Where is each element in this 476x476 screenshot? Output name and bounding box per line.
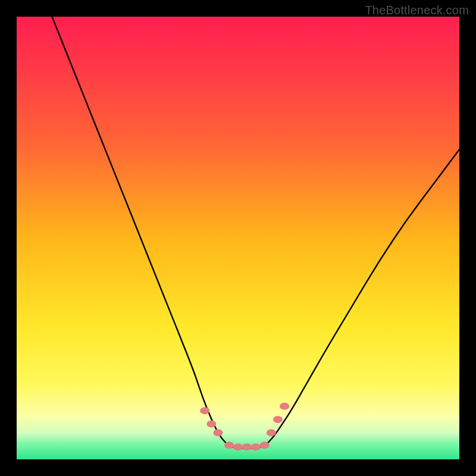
gradient-background — [17, 17, 459, 459]
valley-marker — [260, 441, 270, 449]
valley-marker — [280, 403, 289, 410]
valley-marker — [233, 443, 243, 450]
watermark-text: TheBottleneck.com — [365, 4, 469, 17]
valley-marker — [200, 407, 209, 414]
valley-marker — [251, 443, 261, 450]
valley-marker — [267, 429, 276, 436]
valley-marker — [206, 420, 216, 427]
plot-area — [17, 17, 459, 459]
outer-frame: TheBottleneck.com — [0, 0, 476, 476]
bottleneck-chart — [17, 17, 459, 459]
valley-marker — [273, 416, 283, 423]
valley-marker — [242, 443, 252, 450]
valley-marker — [224, 441, 234, 449]
valley-marker — [214, 429, 223, 436]
